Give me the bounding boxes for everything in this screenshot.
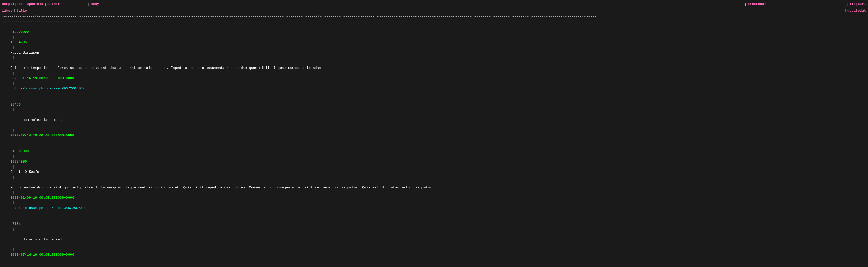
row1-updatedat: 2020-07-14 19:00:00.000000+0000 — [10, 134, 74, 138]
row2-updateid: 10004996 — [10, 159, 27, 164]
header-title: title — [17, 8, 27, 14]
terminal: campaignid | updateid | author | body | … — [0, 0, 868, 267]
row2-imageurl: http://picsum.photos/seed/350/200/300 — [10, 206, 87, 210]
table-row: 7704 | dolor similique sed | 2020-07-14 … — [0, 216, 868, 263]
row1-title: eum molestiae omnis — [23, 118, 62, 122]
header-body: body — [91, 2, 99, 7]
row2-title: dolor similique sed — [23, 237, 62, 241]
row1-body-part1: Quia quia temporibus dolores aut quo nec… — [10, 66, 323, 70]
sep4: | — [745, 2, 747, 7]
row1-imageurl: http://picsum.photos/seed/96/200/300 — [10, 87, 84, 90]
row1-createdat: 2020-01-16 19:00:00.000000+0000 — [10, 76, 74, 80]
column-headers-row1: campaignid | updateid | author | body | … — [0, 1, 868, 8]
header-updatedat: updatedat — [847, 8, 866, 14]
header-createdat: createdat — [748, 2, 766, 7]
sep3: | — [61, 2, 90, 7]
header-author: author — [48, 2, 60, 7]
header-updateid: updateid — [27, 2, 43, 7]
row1-likes: 28453 — [10, 102, 21, 107]
row1-updateid: 10004995 — [10, 40, 27, 44]
row2-author: Deonte O'Keefe — [10, 170, 39, 174]
row2-likes: 7704 — [10, 222, 21, 226]
sep2: | — [44, 2, 46, 7]
header-likes: likes — [2, 8, 12, 14]
divider-line-1: ------+----------+---------------------+… — [0, 14, 868, 19]
row2-body: Porro beatae dolorum sint qui voluptatem… — [10, 185, 434, 189]
header-campaignid: campaignid — [2, 2, 23, 7]
row2-createdat: 2020-01-09 19:00:00.000000+0000 — [10, 196, 74, 200]
row1-author: Raoul Gislason — [10, 51, 39, 55]
sep7: | — [844, 8, 846, 14]
sep6: | — [13, 8, 16, 14]
table-row: 10000000 | 10004997 | Edgardo Collins | … — [0, 263, 868, 267]
divider-line-2: ----------+---------------------+-------… — [0, 19, 868, 24]
row2-updatedat: 2020-07-14 19:00:00.000000+0000 — [10, 253, 74, 257]
row2-campaignid: 10000000 — [10, 149, 29, 153]
column-headers-row2: likes | title | updatedat — [0, 8, 868, 14]
sep5: | — [846, 2, 848, 7]
table-row: 10000000 | 10004995 | Raoul Gislason | Q… — [0, 24, 868, 96]
table-row: 10000000 | 10004996 | Deonte O'Keefe | P… — [0, 144, 868, 216]
row1-campaignid: 10000000 — [10, 30, 29, 34]
table-row: 28453 | eum molestiae omnis | 2020-07-14… — [0, 96, 868, 144]
header-imageurl: imageurl — [849, 2, 866, 7]
sep1: | — [24, 2, 26, 7]
